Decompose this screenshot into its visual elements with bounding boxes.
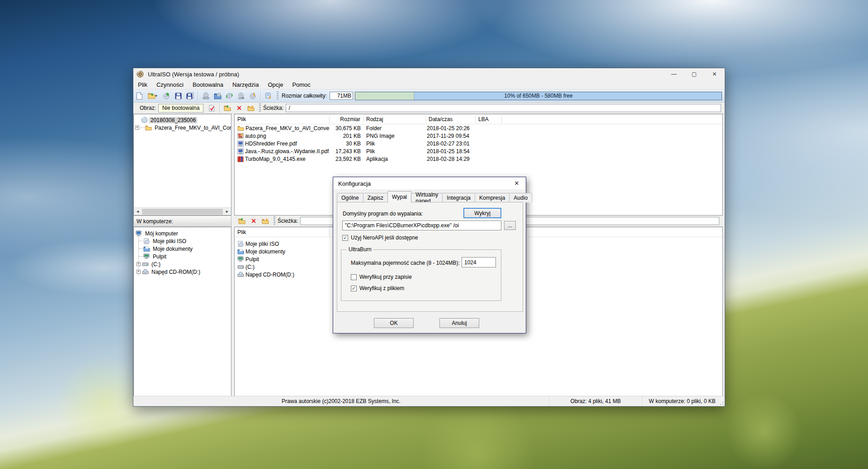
- new-image-icon[interactable]: [133, 90, 145, 101]
- tab-integracja[interactable]: Integracja: [442, 193, 475, 202]
- total-size-field: 71MB: [330, 92, 353, 100]
- konfiguracja-dialog: Konfiguracja ✕ Ogólne Zapisz Wypal Wirtu…: [333, 177, 526, 333]
- burner-label: Domyślny program do wypalania:: [343, 211, 423, 217]
- status-image-info: Obraz: 4 pliki, 41 MB: [549, 396, 642, 406]
- folder-up-icon[interactable]: [222, 103, 233, 113]
- window-title: UltraISO (Wersja testowa / próbna): [148, 71, 239, 78]
- save-to-cd-icon[interactable]: [160, 90, 172, 101]
- computer-tree-pane: Mój komputer Moje pliki ISO Moje dokumen…: [133, 227, 231, 396]
- tab-wirtualny-naped[interactable]: Wirtualny napęd: [411, 193, 443, 202]
- menu-pomoc[interactable]: Pomoc: [288, 81, 315, 88]
- dialog-close-icon[interactable]: ✕: [508, 177, 526, 189]
- iso-tree-child-label[interactable]: Pazera_Free_MKV_to_AVI_Convert: [153, 125, 231, 131]
- tree-item-moje-dokumenty[interactable]: Moje dokumenty: [139, 245, 231, 253]
- verify-file-checkbox[interactable]: ✓ Weryfikuj z plikiem: [351, 285, 404, 291]
- column-rodzaj[interactable]: Rodzaj: [363, 116, 426, 123]
- pdf-file-icon: [237, 148, 244, 155]
- delete-icon[interactable]: ✕: [233, 103, 245, 113]
- tree-item-cdrom-drive[interactable]: + Napęd CD-ROM(D:): [139, 268, 231, 276]
- expand-icon[interactable]: +: [137, 270, 141, 274]
- tree-item-moje-pliki-iso[interactable]: Moje pliki ISO: [139, 237, 231, 245]
- column-lba[interactable]: LBA: [476, 116, 502, 123]
- menu-czynnosci[interactable]: Czynności: [152, 81, 188, 88]
- menu-narzedzia[interactable]: Narzędzia: [228, 81, 264, 88]
- new-folder-icon[interactable]: [245, 103, 257, 113]
- menu-opcje[interactable]: Opcje: [263, 81, 288, 88]
- checkbox-unchecked-icon[interactable]: [351, 274, 357, 280]
- title-bar[interactable]: UltraISO (Wersja testowa / próbna) — ▢ ✕: [133, 68, 725, 80]
- file-row[interactable]: Java.-.Rusz.glowa.-.Wydanie.II.pdf 17,24…: [235, 147, 722, 155]
- horizontal-scrollbar[interactable]: ◄ ►: [134, 207, 231, 215]
- tree-item-moj-komputer[interactable]: Mój komputer: [134, 230, 231, 237]
- open-image-icon[interactable]: ▼: [145, 90, 160, 101]
- checkbox-checked-icon[interactable]: ✓: [342, 235, 348, 241]
- minimize-button[interactable]: —: [664, 68, 684, 80]
- delete-icon[interactable]: ✕: [248, 216, 259, 226]
- scrollbar-thumb[interactable]: [142, 209, 223, 215]
- extract-to-folder-icon[interactable]: [212, 90, 223, 101]
- scroll-left-icon[interactable]: ◄: [134, 208, 142, 216]
- ok-button[interactable]: OK: [374, 318, 414, 328]
- cache-label: Maksymalna pojemność cache (8 - 1024MB):: [351, 260, 460, 266]
- column-plik[interactable]: Plik: [235, 229, 330, 236]
- make-image-icon[interactable]: [235, 90, 247, 101]
- verify-write-checkbox[interactable]: Weryfikuj przy zapisie: [351, 274, 412, 280]
- iso-files-icon: [143, 238, 150, 244]
- burn-drive-icon[interactable]: [200, 90, 212, 101]
- documents-icon: [143, 246, 150, 252]
- open-dropdown-icon[interactable]: ▼: [155, 94, 158, 98]
- expand-icon[interactable]: +: [135, 126, 139, 130]
- tree-item-c-drive[interactable]: + (C:): [139, 260, 231, 268]
- expand-icon[interactable]: +: [137, 262, 141, 266]
- file-row[interactable]: TurboMap_9.0_4145.exe 23,592 KB Aplikacj…: [235, 155, 722, 163]
- file-row[interactable]: auto.png 201 KB PNG Image 2017-11-29 09:…: [235, 132, 722, 140]
- menu-plik[interactable]: Plik: [133, 81, 152, 88]
- iso-tree-root[interactable]: 20180308_235006: [134, 116, 231, 124]
- image-bar: Obraz: Nie bootowalna ✕ Ścieżka: /: [133, 103, 725, 114]
- folder-up-icon[interactable]: [236, 216, 248, 226]
- boot-info-icon[interactable]: [206, 103, 217, 113]
- burn-cd-icon[interactable]: [247, 90, 259, 101]
- tree-item-pulpit[interactable]: Pulpit: [139, 253, 231, 260]
- total-size-label: Rozmiar całkowity:: [282, 93, 327, 99]
- file-row[interactable]: Pazera_Free_MKV_to_AVI_Conver... 30,675 …: [235, 124, 722, 132]
- column-plik[interactable]: Plik: [235, 116, 330, 123]
- iso-tree-root-label[interactable]: 20180308_235006: [149, 117, 197, 123]
- iso-tree-pane: 20180308_235006 + Pazera_Free_MKV_to_AVI…: [133, 114, 231, 216]
- nero-api-checkbox[interactable]: ✓ Użyj NeroAPI jeśli dostępne: [342, 234, 418, 241]
- boot-status-field: Nie bootowalna: [158, 104, 203, 113]
- path-field[interactable]: /: [286, 104, 721, 112]
- capacity-progress-bar: 10% of 650MB - 580MB free: [355, 92, 722, 100]
- dialog-title-bar[interactable]: Konfiguracja: [334, 178, 525, 189]
- tab-ogolne[interactable]: Ogólne: [337, 193, 363, 202]
- cache-size-field[interactable]: 1024: [462, 257, 496, 267]
- detect-button[interactable]: Wykryj: [463, 208, 501, 218]
- cancel-button[interactable]: Anuluj: [439, 318, 479, 328]
- column-rozmiar[interactable]: Rozmiar: [330, 116, 363, 123]
- tab-kompresja[interactable]: Kompresja: [475, 193, 509, 202]
- file-row[interactable]: HDShredder Free.pdf 30 KB Plik 2018-02-2…: [235, 140, 722, 147]
- tab-audio[interactable]: Audio: [509, 193, 532, 202]
- burner-path-field[interactable]: "C:\Program Files\CDBurnerXP\cdbxpp.exe"…: [342, 220, 501, 230]
- tab-page-wypal: Domyślny program do wypalania: Wykryj "C…: [337, 202, 523, 312]
- tools-icon[interactable]: [263, 90, 274, 101]
- resize-grip[interactable]: [718, 400, 724, 405]
- local-section-header: W komputerze:: [133, 216, 231, 227]
- tab-zapisz[interactable]: Zapisz: [363, 193, 388, 202]
- close-button[interactable]: ✕: [704, 68, 725, 80]
- save-as-icon[interactable]: [184, 90, 196, 101]
- column-data-czas[interactable]: Data/czas: [426, 116, 476, 123]
- menu-bootowalna[interactable]: Bootowalna: [188, 81, 228, 88]
- exe-file-icon: [237, 156, 244, 162]
- tab-wypal[interactable]: Wypal: [387, 191, 411, 202]
- new-folder-icon[interactable]: [259, 216, 271, 226]
- save-icon[interactable]: [172, 90, 184, 101]
- cd-icon: [141, 117, 148, 123]
- maximize-button[interactable]: ▢: [684, 68, 704, 80]
- browse-button[interactable]: ...: [504, 221, 516, 230]
- scroll-right-icon[interactable]: ►: [223, 208, 231, 216]
- iso-tree-child[interactable]: + Pazera_Free_MKV_to_AVI_Convert: [134, 124, 231, 131]
- mount-image-icon[interactable]: [223, 90, 235, 101]
- checkbox-checked-icon[interactable]: ✓: [351, 286, 357, 291]
- cdrom-drive-icon: [237, 272, 244, 277]
